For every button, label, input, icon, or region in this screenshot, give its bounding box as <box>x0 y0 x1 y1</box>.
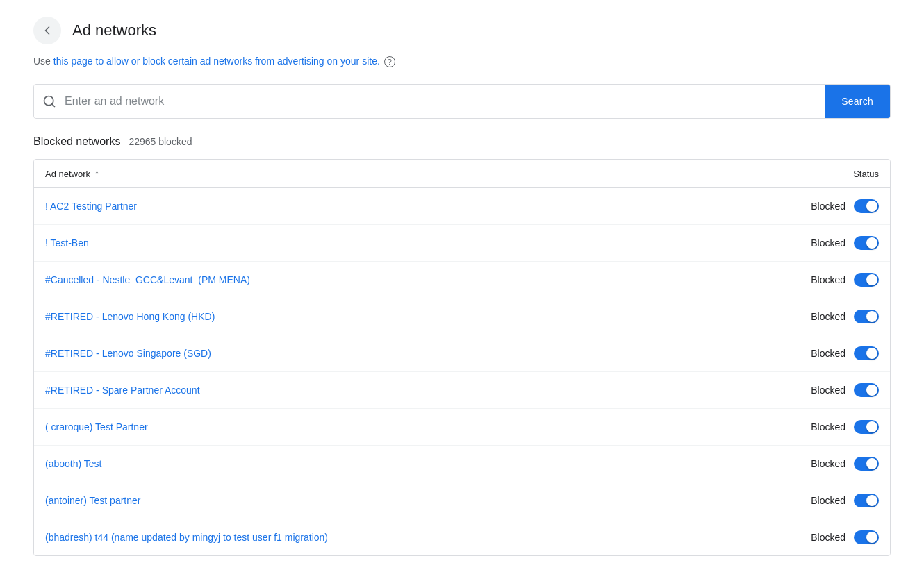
network-name[interactable]: ( craroque) Test Partner <box>45 421 148 432</box>
page-header: Ad networks <box>33 17 891 44</box>
svg-line-1 <box>52 104 55 107</box>
table-row: (bhadresh) t44 (name updated by mingyj t… <box>34 519 890 555</box>
toggle-switch[interactable] <box>854 273 879 287</box>
status-label: Blocked <box>811 201 845 212</box>
help-icon[interactable]: ? <box>384 56 395 67</box>
network-name[interactable]: #RETIRED - Lenovo Singapore (SGD) <box>45 348 211 359</box>
table-row: (antoiner) Test partner Blocked <box>34 482 890 519</box>
status-label: Blocked <box>811 385 845 396</box>
page-container: Ad networks Use this page to allow or bl… <box>0 0 924 572</box>
table-row: #RETIRED - Spare Partner Account Blocked <box>34 372 890 409</box>
status-container: Blocked <box>811 530 879 544</box>
network-name[interactable]: ! Test-Ben <box>45 237 89 249</box>
status-label: Blocked <box>811 421 845 432</box>
status-label: Blocked <box>811 237 845 249</box>
network-name[interactable]: #Cancelled - Nestle_GCC&Levant_(PM MENA) <box>45 274 250 285</box>
status-container: Blocked <box>811 199 879 213</box>
toggle-switch[interactable] <box>854 383 879 397</box>
network-name[interactable]: (abooth) Test <box>45 458 101 469</box>
status-label: Blocked <box>811 532 845 543</box>
section-title: Blocked networks <box>33 135 120 148</box>
search-icon <box>34 85 65 118</box>
page-subtitle: Use this page to allow or block certain … <box>33 56 891 67</box>
status-label: Blocked <box>811 348 845 359</box>
table-row: ! Test-Ben Blocked <box>34 225 890 262</box>
sort-icon: ↑ <box>94 168 99 179</box>
status-label: Blocked <box>811 458 845 469</box>
status-container: Blocked <box>811 494 879 507</box>
status-container: Blocked <box>811 383 879 397</box>
search-bar: Search <box>33 84 891 119</box>
search-button[interactable]: Search <box>825 85 890 118</box>
blocked-count: 22965 blocked <box>129 136 192 147</box>
table-row: (abooth) Test Blocked <box>34 446 890 482</box>
status-container: Blocked <box>811 346 879 360</box>
networks-table: Ad network ↑ Status ! AC2 Testing Partne… <box>33 159 891 556</box>
network-name[interactable]: ! AC2 Testing Partner <box>45 201 137 212</box>
toggle-switch[interactable] <box>854 457 879 471</box>
status-container: Blocked <box>811 457 879 471</box>
status-label: Blocked <box>811 311 845 322</box>
table-row: ! AC2 Testing Partner Blocked <box>34 188 890 225</box>
toggle-switch[interactable] <box>854 494 879 507</box>
toggle-switch[interactable] <box>854 530 879 544</box>
status-container: Blocked <box>811 310 879 323</box>
table-row: #Cancelled - Nestle_GCC&Levant_(PM MENA)… <box>34 262 890 298</box>
network-name[interactable]: #RETIRED - Spare Partner Account <box>45 385 200 396</box>
status-label: Blocked <box>811 495 845 506</box>
toggle-switch[interactable] <box>854 236 879 250</box>
subtitle-link[interactable]: this page to allow or block certain ad n… <box>53 56 380 67</box>
subtitle-text-before: Use <box>33 56 53 67</box>
table-row: #RETIRED - Lenovo Hong Kong (HKD) Blocke… <box>34 298 890 335</box>
back-button[interactable] <box>33 17 61 44</box>
table-row: #RETIRED - Lenovo Singapore (SGD) Blocke… <box>34 335 890 372</box>
toggle-switch[interactable] <box>854 310 879 323</box>
status-container: Blocked <box>811 236 879 250</box>
section-header: Blocked networks 22965 blocked <box>33 135 891 148</box>
search-input[interactable] <box>65 85 825 118</box>
table-row: ( craroque) Test Partner Blocked <box>34 409 890 446</box>
col-status-header: Status <box>853 169 879 179</box>
status-container: Blocked <box>811 420 879 434</box>
col-network-header[interactable]: Ad network ↑ <box>45 168 99 179</box>
network-name[interactable]: (antoiner) Test partner <box>45 495 140 506</box>
table-header: Ad network ↑ Status <box>34 160 890 188</box>
network-name[interactable]: #RETIRED - Lenovo Hong Kong (HKD) <box>45 311 215 322</box>
toggle-switch[interactable] <box>854 199 879 213</box>
table-rows-container: ! AC2 Testing Partner Blocked ! Test-Ben… <box>34 188 890 555</box>
page-title: Ad networks <box>72 22 156 40</box>
status-label: Blocked <box>811 274 845 285</box>
toggle-switch[interactable] <box>854 346 879 360</box>
toggle-switch[interactable] <box>854 420 879 434</box>
network-name[interactable]: (bhadresh) t44 (name updated by mingyj t… <box>45 532 328 543</box>
status-container: Blocked <box>811 273 879 287</box>
